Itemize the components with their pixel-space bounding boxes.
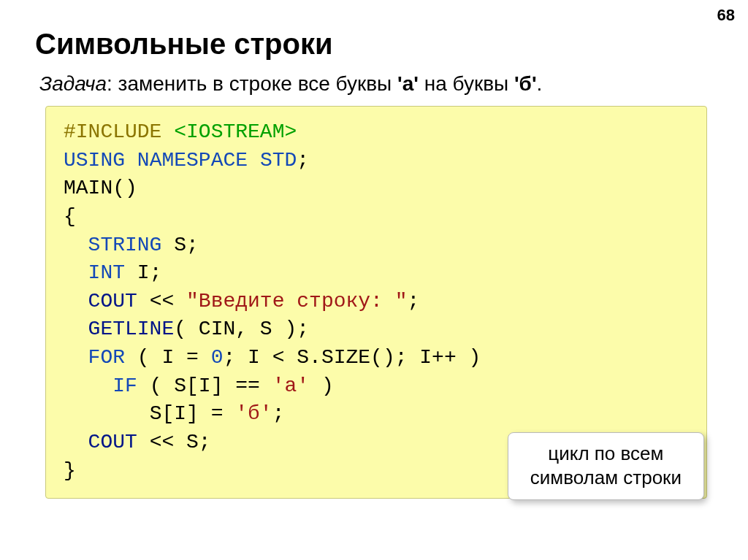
code-main: MAIN() bbox=[64, 177, 137, 199]
annotation-line-2: символам строки bbox=[530, 466, 682, 490]
code-for-b: ; I < S.SIZE(); I++ ) bbox=[223, 346, 481, 369]
code-open-brace: { bbox=[64, 205, 76, 228]
code-std: STD bbox=[260, 149, 297, 172]
code-string-literal: "Введите строку: " bbox=[186, 290, 407, 312]
code-iostream: <IOSTREAM> bbox=[174, 120, 297, 143]
code-assign-b: ; bbox=[272, 402, 285, 425]
code-close-brace: } bbox=[64, 459, 76, 482]
code-if-b: ) bbox=[309, 375, 334, 397]
task-letter-a: 'а' bbox=[397, 72, 419, 95]
annotation-bubble: цикл по всем символам строки bbox=[508, 432, 704, 500]
code-string: STRING bbox=[88, 234, 162, 256]
code-if: IF bbox=[112, 375, 137, 397]
code-include: #INCLUDE bbox=[64, 120, 161, 143]
code-semi-1: ; bbox=[297, 149, 309, 172]
code-getline: GETLINE bbox=[88, 318, 175, 340]
slide-content: Символьные строки Задача: заменить в стр… bbox=[0, 0, 748, 499]
code-char-a: 'а' bbox=[272, 375, 309, 397]
code-int-rest: I; bbox=[125, 261, 161, 284]
task-letter-b: 'б' bbox=[514, 72, 537, 95]
code-namespace: NAMESPACE bbox=[137, 149, 248, 172]
code-cout-2: COUT bbox=[88, 431, 137, 453]
code-int: INT bbox=[88, 261, 125, 284]
code-char-b: 'б' bbox=[235, 402, 272, 425]
code-for-a: ( I = bbox=[125, 346, 211, 369]
code-zero: 0 bbox=[211, 346, 224, 369]
annotation-line-1: цикл по всем bbox=[530, 442, 682, 466]
task-colon: : bbox=[107, 72, 118, 95]
code-string-rest: S; bbox=[161, 234, 198, 256]
task-period: . bbox=[537, 72, 543, 95]
code-for: FOR bbox=[88, 346, 125, 369]
code-semi-2: ; bbox=[408, 290, 420, 312]
task-text-2: на буквы bbox=[419, 72, 514, 95]
task-text-1: заменить в строке все буквы bbox=[118, 72, 397, 95]
code-using: USING bbox=[64, 149, 125, 172]
page-title: Символьные строки bbox=[35, 28, 713, 61]
page-number: 68 bbox=[717, 6, 735, 25]
code-cout-1: COUT bbox=[88, 290, 137, 312]
task-label: Задача bbox=[39, 72, 107, 95]
code-cout-2-rest: << S; bbox=[137, 431, 211, 453]
code-op-1: << bbox=[137, 290, 186, 312]
code-if-a: ( S[I] == bbox=[137, 375, 272, 397]
task-line: Задача: заменить в строке все буквы 'а' … bbox=[35, 72, 713, 96]
code-assign-a: S[I] = bbox=[150, 402, 236, 425]
code-getline-rest: ( CIN, S ); bbox=[174, 318, 309, 340]
